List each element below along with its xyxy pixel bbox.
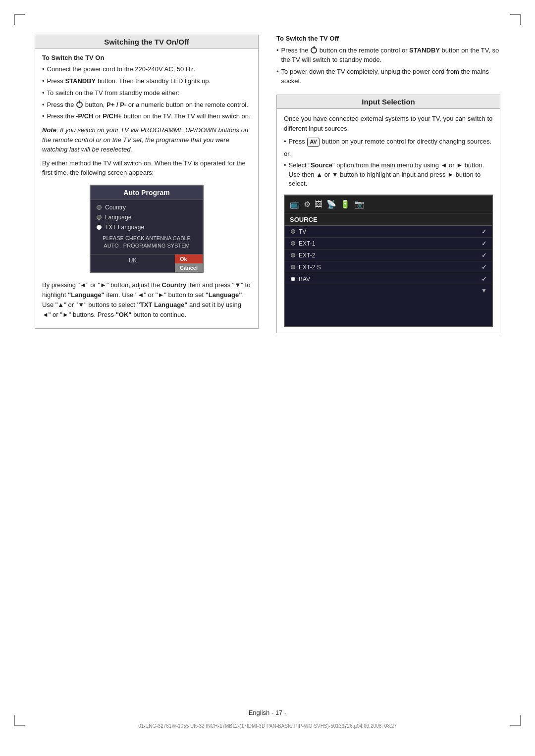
page-footer: English - 17 - [0, 709, 535, 716]
bullet-dot: • [42, 101, 45, 110]
av-button-label: AV [307, 138, 319, 147]
auto-program-dialog: Auto Program Country Language TXT Lan [90, 185, 204, 273]
dialog-title: Auto Program [91, 186, 203, 200]
warning-line1: PLEASE CHECK ANTENNA CABLE [103, 235, 191, 241]
dialog-body: Country Language TXT Language PLEASE CHE… [91, 200, 203, 250]
source-radio-tv [291, 229, 295, 234]
source-radio-ext2s [291, 265, 295, 269]
source-item-left: BAV [291, 276, 310, 283]
source-label-ext2s: EXT-2 S [299, 264, 321, 271]
source-item-tv[interactable]: TV ✓ [285, 226, 492, 238]
bold-standby: STANDBY [65, 77, 96, 85]
bullet-text: Press the button, P+ / P- or a numeric b… [47, 101, 248, 110]
body-text: By either method the TV will switch on. … [42, 158, 251, 178]
source-icon-camera: 📷 [354, 200, 364, 209]
power-icon [76, 101, 83, 108]
dialog-item-label: TXT Language [105, 224, 144, 231]
bullet-item: • Press STANDBY button. Then the standby… [42, 77, 251, 86]
source-item-left: EXT-2 [291, 252, 315, 259]
bullet-dot: • [42, 77, 45, 86]
switch-on-subtitle: To Switch the TV On [42, 54, 251, 61]
bullet-text: Press STANDBY button. Then the standby L… [47, 77, 211, 86]
source-item-ext2s[interactable]: EXT-2 S ✓ [285, 261, 492, 273]
input-selection-title: Input Selection [277, 95, 500, 109]
power-icon-off [311, 47, 317, 53]
bullet-dot: • [276, 46, 279, 55]
bullet-dot: • [284, 161, 286, 170]
source-item-ext1[interactable]: EXT-1 ✓ [285, 238, 492, 250]
switching-section: Switching the TV On/Off To Switch the TV… [35, 35, 259, 329]
bullet-text: Press the button on the remote control o… [281, 46, 500, 65]
bullet-dot: • [42, 65, 45, 74]
source-icon-tv: 📺 [290, 200, 300, 209]
main-layout: Switching the TV On/Off To Switch the TV… [35, 35, 500, 342]
dialog-ok-button[interactable]: Ok [175, 254, 203, 263]
switching-title: Switching the TV On/Off [35, 35, 258, 49]
source-label-ext2: EXT-2 [299, 252, 315, 259]
source-label-bav: BAV [299, 276, 310, 283]
dialog-item-label: Language [105, 214, 131, 221]
source-icon-img: 🖼 [315, 200, 322, 209]
input-intro: Once you have connected external systems… [284, 114, 493, 133]
or-text: or, [284, 149, 493, 159]
source-scroll-indicator: ▼ [285, 285, 492, 296]
note-text: Note: If you switch on your TV via PROGR… [42, 125, 251, 154]
bullet-text: Press the -P/CH or P/CH+ button on the T… [47, 112, 251, 121]
radio-dot-country [97, 205, 102, 210]
source-check-tv: ✓ [482, 228, 487, 235]
footer-note: 01-ENG-32761W-1055 UK-32 INCH-17MB12-(17… [35, 723, 500, 729]
bullet-item-source: • Select "Source" option from the main m… [284, 161, 493, 189]
switch-off-subtitle: To Switch the TV Off [276, 35, 500, 42]
bullet-item: • Press the -P/CH or P/CH+ button on the… [42, 112, 251, 121]
bullet-dot: • [42, 112, 45, 121]
bullet-text: Press AV button on your remote control f… [289, 137, 491, 147]
dialog-item-txt-language: TXT Language [97, 224, 197, 231]
bullet-text: Connect the power cord to the 220-240V A… [47, 65, 196, 74]
source-icon-signal: 📡 [326, 200, 336, 209]
radio-dot-language [97, 215, 102, 220]
dialog-item-language: Language [97, 214, 197, 221]
source-item-bav[interactable]: BAV ✓ [285, 273, 492, 285]
left-column: Switching the TV On/Off To Switch the TV… [35, 35, 259, 342]
bullet-text: To power down the TV completely, unplug … [281, 67, 500, 86]
bullet-text: Select "Source" option from the main men… [289, 161, 493, 189]
right-column: To Switch the TV Off • Press the button … [276, 35, 500, 342]
source-item-left: TV [291, 228, 306, 235]
source-radio-bav [291, 277, 295, 281]
source-label-tv: TV [299, 228, 306, 235]
source-radio-ext1 [291, 241, 295, 246]
dialog-country-value: UK [91, 254, 175, 272]
bullet-item-off2: • To power down the TV completely, unplu… [276, 67, 500, 86]
dialog-item-country: Country [97, 204, 197, 211]
dialog-footer: UK Ok Cancel [91, 254, 203, 272]
source-empty-area [285, 296, 492, 326]
radio-dot-txt-language [97, 225, 102, 230]
bullet-dot: • [284, 137, 286, 147]
bullet-item: • To switch on the TV from standby mode … [42, 89, 251, 98]
bullet-item-off1: • Press the button on the remote control… [276, 46, 500, 65]
dialog-item-label: Country [105, 204, 126, 211]
source-radio-ext2 [291, 253, 295, 257]
source-title: SOURCE [285, 213, 492, 226]
bullet-dot: • [276, 67, 279, 77]
source-icon-battery: 🔋 [340, 200, 350, 209]
corner-bl [14, 715, 25, 726]
source-label-ext1: EXT-1 [299, 240, 315, 247]
body-text2: By pressing "◄" or "►" button, adjust th… [42, 280, 251, 320]
bullet-item-av: • Press AV button on your remote control… [284, 137, 493, 147]
warning-line2: AUTO . PROGRAMMING SYSTEM [104, 243, 189, 249]
source-item-left: EXT-2 S [291, 264, 321, 271]
source-item-left: EXT-1 [291, 240, 315, 247]
page: Switching the TV On/Off To Switch the TV… [0, 0, 535, 756]
source-item-ext2[interactable]: EXT-2 ✓ [285, 250, 492, 261]
note-label: Note [42, 126, 56, 134]
bullet-item: • Press the button, P+ / P- or a numeric… [42, 101, 251, 110]
dialog-cancel-button[interactable]: Cancel [175, 263, 203, 272]
source-check-bav: ✓ [482, 275, 487, 283]
source-container: 📺 ⚙ 🖼 📡 🔋 📷 SOURCE TV ✓ [284, 195, 493, 327]
source-icons-bar: 📺 ⚙ 🖼 📡 🔋 📷 [285, 196, 492, 213]
note-content: : If you switch on your TV via PROGRAMME… [42, 126, 248, 153]
corner-br [510, 715, 521, 726]
input-selection-section: Input Selection Once you have connected … [276, 95, 500, 333]
corner-tl [14, 14, 25, 25]
